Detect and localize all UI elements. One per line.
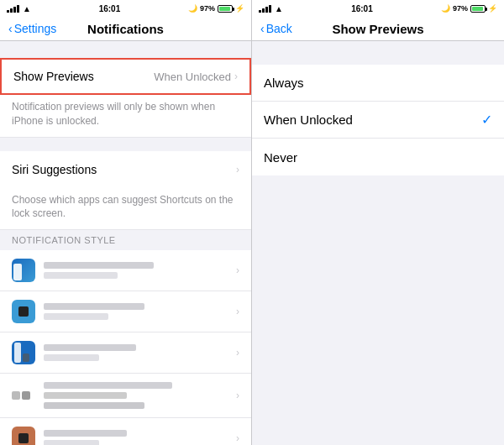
- app-icon-4: [12, 384, 35, 407]
- chevron-icon-app2: ›: [236, 306, 239, 317]
- show-previews-label: Show Previews: [13, 70, 94, 83]
- chevron-left-icon: ‹: [8, 22, 13, 35]
- notifications-content: Show Previews When Unlocked › Notificati…: [0, 41, 251, 445]
- charging-icon-right: ⚡: [488, 4, 497, 13]
- siri-subtitle: Choose which apps can suggest Shortcuts …: [0, 188, 251, 231]
- status-time-right: 16:01: [351, 4, 373, 13]
- signal-icon: [7, 4, 19, 13]
- list-item[interactable]: ›: [0, 291, 251, 332]
- back-button-right[interactable]: ‹ Back: [260, 22, 292, 35]
- back-label-left: Settings: [14, 22, 57, 35]
- list-item[interactable]: ›: [0, 250, 251, 291]
- siri-suggestions-row[interactable]: Siri Suggestions ›: [0, 151, 251, 188]
- nav-bar-left: ‹ Settings Notifications: [0, 17, 251, 41]
- battery-percent-left: 97%: [200, 4, 215, 13]
- wifi-icon-right: ▲: [275, 4, 283, 13]
- nav-bar-right: ‹ Back Show Previews: [252, 17, 504, 41]
- wifi-icon: ▲: [23, 4, 31, 13]
- option-when-unlocked[interactable]: When Unlocked ✓: [252, 102, 504, 139]
- notification-style-header: NOTIFICATION STYLE: [0, 230, 251, 250]
- show-previews-panel: ▲ 16:01 🌙 97% ⚡ ‹ Back Show Previews Alw…: [252, 0, 504, 445]
- show-previews-value: When Unlocked: [154, 71, 231, 83]
- top-gap-right: [252, 41, 504, 58]
- back-label-right: Back: [266, 22, 292, 35]
- app-text-5: [44, 430, 228, 445]
- battery-percent-right: 97%: [453, 4, 468, 13]
- back-button-left[interactable]: ‹ Settings: [8, 22, 56, 35]
- app-text-3: [44, 344, 228, 361]
- top-gap: [0, 41, 251, 58]
- chevron-icon-app5: ›: [236, 432, 239, 444]
- app-icon-5: [12, 427, 35, 445]
- chevron-icon-app4: ›: [236, 390, 239, 401]
- status-right-right: 🌙 97% ⚡: [441, 4, 497, 13]
- app-list: › › ›: [0, 250, 251, 445]
- page-title-left: Notifications: [87, 22, 164, 36]
- app-text-2: [44, 303, 228, 320]
- list-item[interactable]: ›: [0, 418, 251, 445]
- chevron-icon-app3: ›: [236, 347, 239, 359]
- option-always[interactable]: Always: [252, 65, 504, 102]
- show-previews-section: Show Previews When Unlocked ›: [0, 58, 251, 95]
- status-time-left: 16:01: [99, 4, 121, 13]
- battery-icon-right: [470, 5, 486, 13]
- app-icon-3: [12, 341, 35, 364]
- app-icon-2: [12, 300, 35, 323]
- show-previews-row[interactable]: Show Previews When Unlocked ›: [0, 58, 251, 95]
- checkmark-icon: ✓: [481, 112, 492, 128]
- app-text-1: [44, 262, 228, 279]
- gap1: [0, 138, 251, 151]
- signal-icon-right: [259, 4, 271, 13]
- status-right-left: 🌙 97% ⚡: [188, 4, 244, 13]
- list-item[interactable]: ›: [0, 374, 251, 418]
- chevron-left-icon-right: ‹: [260, 22, 265, 35]
- charging-icon: ⚡: [235, 4, 244, 13]
- siri-section: Siri Suggestions ›: [0, 151, 251, 188]
- show-previews-subtitle: Notification previews will only be shown…: [0, 95, 251, 138]
- page-title-right: Show Previews: [332, 22, 423, 36]
- app-icon-1: [12, 259, 35, 282]
- moon-icon: 🌙: [188, 4, 197, 13]
- chevron-icon-siri: ›: [236, 164, 239, 175]
- show-previews-content: Always When Unlocked ✓ Never: [252, 41, 504, 445]
- chevron-icon-previews: ›: [234, 71, 238, 82]
- chevron-icon-app1: ›: [236, 264, 239, 276]
- option-never-label: Never: [264, 150, 297, 165]
- notifications-panel: ▲ 16:01 🌙 97% ⚡ ‹ Settings Notifications…: [0, 0, 252, 445]
- list-item[interactable]: ›: [0, 332, 251, 374]
- status-left: ▲: [7, 4, 31, 13]
- show-previews-value-container: When Unlocked ›: [154, 71, 238, 83]
- siri-label: Siri Suggestions: [12, 163, 97, 176]
- option-always-label: Always: [264, 76, 304, 90]
- status-bar-left: ▲ 16:01 🌙 97% ⚡: [0, 0, 251, 17]
- moon-icon-right: 🌙: [441, 4, 450, 13]
- app-text-4: [44, 382, 228, 409]
- option-never[interactable]: Never: [252, 139, 504, 175]
- battery-icon-left: [218, 5, 233, 13]
- preview-options-section: Always When Unlocked ✓ Never: [252, 65, 504, 175]
- status-left-right: ▲: [259, 4, 283, 13]
- option-when-unlocked-label: When Unlocked: [264, 113, 353, 127]
- status-bar-right: ▲ 16:01 🌙 97% ⚡: [252, 0, 504, 17]
